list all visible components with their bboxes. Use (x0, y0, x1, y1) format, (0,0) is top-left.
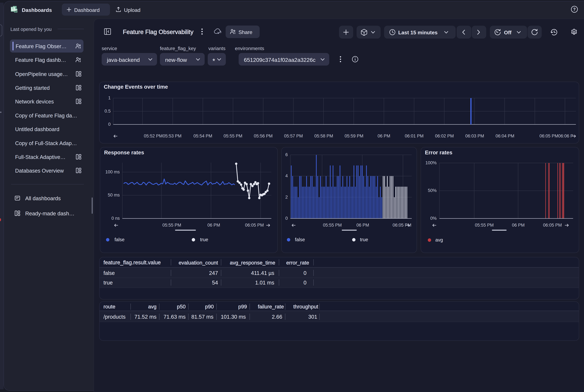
svg-text:06:06 P: 06:06 P (558, 134, 573, 138)
svg-text:06:01 PM: 06:01 PM (405, 134, 424, 138)
svg-text:50%: 50% (428, 188, 436, 193)
svg-text:2: 2 (285, 195, 288, 200)
svg-text:06 PM: 06 PM (208, 223, 220, 228)
svg-text:06 PM: 06 PM (356, 223, 369, 228)
svg-text:100%: 100% (426, 160, 436, 165)
svg-text:06:04 PM: 06:04 PM (496, 134, 514, 138)
svg-text:0 ns: 0 ns (112, 216, 120, 221)
svg-text:06:03 PM: 06:03 PM (465, 134, 484, 138)
svg-text:05:58 PM: 05:58 PM (314, 134, 333, 138)
svg-text:05:54 PM: 05:54 PM (194, 134, 212, 138)
svg-text:05:57 PM: 05:57 PM (284, 134, 303, 138)
svg-text:05:52 PM: 05:52 PM (144, 134, 163, 138)
svg-text:06:05 PM: 06:05 PM (543, 223, 562, 228)
svg-text:05:59 PM: 05:59 PM (344, 134, 364, 138)
svg-text:0: 0 (108, 122, 110, 127)
svg-text:0: 0 (285, 216, 288, 221)
svg-text:avg: avg (435, 237, 443, 242)
svg-text:05:55 PM: 05:55 PM (323, 223, 342, 228)
svg-text:6: 6 (285, 152, 288, 157)
svg-text:50 ms: 50 ms (108, 192, 120, 198)
svg-text:06:05 PM: 06:05 PM (540, 134, 558, 138)
svg-text:true: true (200, 237, 208, 242)
svg-text:06 PM: 06 PM (512, 223, 524, 228)
svg-text:4: 4 (285, 174, 288, 178)
svg-text:0%: 0% (430, 216, 436, 221)
svg-text:05:53 PM: 05:53 PM (163, 134, 182, 138)
svg-text:false: false (114, 237, 124, 242)
svg-text:05:56 PM: 05:56 PM (254, 134, 273, 138)
svg-text:false: false (295, 237, 305, 242)
svg-text:06:02 PM: 06:02 PM (435, 134, 454, 138)
svg-text:06:05 PM: 06:05 PM (245, 223, 264, 228)
svg-text:?: ? (573, 7, 576, 12)
svg-text:06 PM: 06 PM (378, 134, 390, 138)
svg-text:05:55 PM: 05:55 PM (224, 134, 242, 138)
svg-text:1: 1 (108, 96, 110, 100)
svg-text:05:55 PM: 05:55 PM (475, 223, 494, 228)
svg-text:true: true (360, 237, 368, 242)
svg-text:100 ms: 100 ms (105, 170, 120, 174)
svg-text:05:55 PM: 05:55 PM (162, 223, 181, 228)
svg-text:0.5: 0.5 (104, 109, 110, 114)
